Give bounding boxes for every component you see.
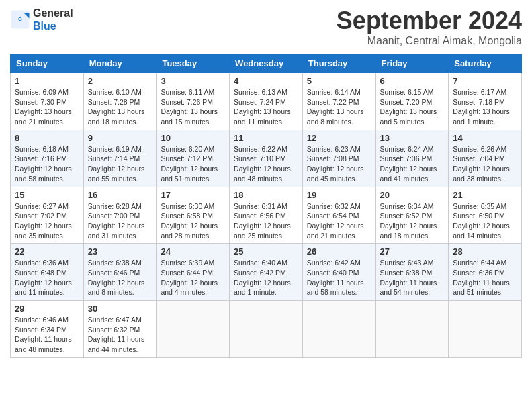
table-row: 20Sunrise: 6:34 AMSunset: 6:52 PMDayligh… [375, 187, 449, 244]
day-info: Sunrise: 6:23 AMSunset: 7:08 PMDaylight:… [307, 144, 371, 184]
day-info: Sunrise: 6:32 AMSunset: 6:54 PMDaylight:… [307, 201, 371, 241]
day-number: 2 [88, 76, 152, 86]
table-row: 5Sunrise: 6:14 AMSunset: 7:22 PMDaylight… [302, 73, 375, 130]
table-row: 6Sunrise: 6:15 AMSunset: 7:20 PMDaylight… [375, 73, 449, 130]
day-info: Sunrise: 6:36 AMSunset: 6:48 PMDaylight:… [15, 258, 79, 298]
day-number: 5 [307, 76, 371, 86]
table-row: 12Sunrise: 6:23 AMSunset: 7:08 PMDayligh… [302, 130, 375, 187]
day-info: Sunrise: 6:27 AMSunset: 7:02 PMDaylight:… [15, 201, 79, 241]
calendar-week-3: 15Sunrise: 6:27 AMSunset: 7:02 PMDayligh… [11, 187, 522, 244]
calendar-week-1: 1Sunrise: 6:09 AMSunset: 7:30 PMDaylight… [11, 73, 522, 130]
calendar-week-4: 22Sunrise: 6:36 AMSunset: 6:48 PMDayligh… [11, 244, 522, 301]
day-number: 29 [15, 304, 79, 314]
day-number: 19 [307, 190, 371, 200]
day-info: Sunrise: 6:11 AMSunset: 7:26 PMDaylight:… [161, 87, 225, 127]
table-row: 7Sunrise: 6:17 AMSunset: 7:18 PMDaylight… [449, 73, 522, 130]
table-row: 2Sunrise: 6:10 AMSunset: 7:28 PMDaylight… [83, 73, 157, 130]
table-row [157, 301, 230, 358]
table-row: 25Sunrise: 6:40 AMSunset: 6:42 PMDayligh… [230, 244, 303, 301]
day-info: Sunrise: 6:30 AMSunset: 6:58 PMDaylight:… [161, 201, 225, 241]
day-number: 26 [307, 246, 371, 257]
day-info: Sunrise: 6:13 AMSunset: 7:24 PMDaylight:… [234, 87, 298, 127]
day-info: Sunrise: 6:20 AMSunset: 7:12 PMDaylight:… [161, 144, 225, 184]
day-number: 17 [161, 190, 225, 200]
col-friday: Friday [375, 54, 449, 73]
day-number: 30 [88, 304, 152, 314]
day-number: 24 [161, 246, 225, 257]
table-row: 30Sunrise: 6:47 AMSunset: 6:32 PMDayligh… [83, 301, 157, 358]
table-row: 16Sunrise: 6:28 AMSunset: 7:00 PMDayligh… [83, 187, 157, 244]
day-info: Sunrise: 6:39 AMSunset: 6:44 PMDaylight:… [161, 258, 225, 298]
col-monday: Monday [83, 54, 157, 73]
day-info: Sunrise: 6:35 AMSunset: 6:50 PMDaylight:… [453, 201, 517, 241]
day-info: Sunrise: 6:18 AMSunset: 7:16 PMDaylight:… [15, 144, 79, 184]
col-saturday: Saturday [449, 54, 522, 73]
svg-text:G: G [18, 16, 22, 22]
day-info: Sunrise: 6:44 AMSunset: 6:36 PMDaylight:… [453, 258, 517, 298]
table-row: 8Sunrise: 6:18 AMSunset: 7:16 PMDaylight… [11, 130, 84, 187]
calendar-table: Sunday Monday Tuesday Wednesday Thursday… [10, 54, 522, 358]
day-number: 16 [88, 190, 152, 200]
col-wednesday: Wednesday [230, 54, 303, 73]
calendar-week-2: 8Sunrise: 6:18 AMSunset: 7:16 PMDaylight… [11, 130, 522, 187]
day-info: Sunrise: 6:19 AMSunset: 7:14 PMDaylight:… [88, 144, 152, 184]
table-row [375, 301, 449, 358]
table-row [449, 301, 522, 358]
day-info: Sunrise: 6:47 AMSunset: 6:32 PMDaylight:… [88, 315, 152, 355]
table-row [230, 301, 303, 358]
table-row: 21Sunrise: 6:35 AMSunset: 6:50 PMDayligh… [449, 187, 522, 244]
day-number: 8 [15, 133, 79, 143]
day-info: Sunrise: 6:24 AMSunset: 7:06 PMDaylight:… [380, 144, 445, 184]
col-thursday: Thursday [302, 54, 375, 73]
col-tuesday: Tuesday [157, 54, 230, 73]
logo: G General Blue [10, 7, 73, 32]
day-number: 7 [453, 76, 517, 86]
calendar-header-row: Sunday Monday Tuesday Wednesday Thursday… [11, 54, 522, 73]
table-row: 24Sunrise: 6:39 AMSunset: 6:44 PMDayligh… [157, 244, 230, 301]
day-info: Sunrise: 6:17 AMSunset: 7:18 PMDaylight:… [453, 87, 517, 127]
table-row: 4Sunrise: 6:13 AMSunset: 7:24 PMDaylight… [230, 73, 303, 130]
page-header: G General Blue September 2024 Maanit, Ce… [10, 7, 522, 47]
day-info: Sunrise: 6:31 AMSunset: 6:56 PMDaylight:… [234, 201, 298, 241]
table-row: 17Sunrise: 6:30 AMSunset: 6:58 PMDayligh… [157, 187, 230, 244]
location-subtitle: Maanit, Central Aimak, Mongolia [337, 35, 522, 47]
table-row: 29Sunrise: 6:46 AMSunset: 6:34 PMDayligh… [11, 301, 84, 358]
day-number: 22 [15, 246, 79, 257]
day-info: Sunrise: 6:46 AMSunset: 6:34 PMDaylight:… [15, 315, 79, 355]
table-row: 23Sunrise: 6:38 AMSunset: 6:46 PMDayligh… [83, 244, 157, 301]
day-info: Sunrise: 6:38 AMSunset: 6:46 PMDaylight:… [88, 258, 152, 298]
month-title: September 2024 [337, 7, 522, 35]
table-row: 15Sunrise: 6:27 AMSunset: 7:02 PMDayligh… [11, 187, 84, 244]
day-info: Sunrise: 6:22 AMSunset: 7:10 PMDaylight:… [234, 144, 298, 184]
table-row: 28Sunrise: 6:44 AMSunset: 6:36 PMDayligh… [449, 244, 522, 301]
day-number: 25 [234, 246, 298, 257]
day-number: 15 [15, 190, 79, 200]
day-info: Sunrise: 6:28 AMSunset: 7:00 PMDaylight:… [88, 201, 152, 241]
table-row: 22Sunrise: 6:36 AMSunset: 6:48 PMDayligh… [11, 244, 84, 301]
day-number: 1 [15, 76, 79, 86]
day-info: Sunrise: 6:14 AMSunset: 7:22 PMDaylight:… [307, 87, 371, 127]
table-row: 19Sunrise: 6:32 AMSunset: 6:54 PMDayligh… [302, 187, 375, 244]
table-row: 3Sunrise: 6:11 AMSunset: 7:26 PMDaylight… [157, 73, 230, 130]
table-row: 13Sunrise: 6:24 AMSunset: 7:06 PMDayligh… [375, 130, 449, 187]
day-number: 14 [453, 133, 517, 143]
day-info: Sunrise: 6:09 AMSunset: 7:30 PMDaylight:… [15, 87, 79, 127]
day-number: 6 [380, 76, 445, 86]
day-number: 11 [234, 133, 298, 143]
table-row: 14Sunrise: 6:26 AMSunset: 7:04 PMDayligh… [449, 130, 522, 187]
table-row: 26Sunrise: 6:42 AMSunset: 6:40 PMDayligh… [302, 244, 375, 301]
logo-line1: General [33, 7, 73, 19]
col-sunday: Sunday [11, 54, 84, 73]
table-row: 27Sunrise: 6:43 AMSunset: 6:38 PMDayligh… [375, 244, 449, 301]
table-row: 18Sunrise: 6:31 AMSunset: 6:56 PMDayligh… [230, 187, 303, 244]
day-number: 21 [453, 190, 517, 200]
day-number: 28 [453, 246, 517, 257]
title-block: September 2024 Maanit, Central Aimak, Mo… [337, 7, 522, 47]
day-number: 3 [161, 76, 225, 86]
day-number: 23 [88, 246, 152, 257]
day-number: 18 [234, 190, 298, 200]
day-info: Sunrise: 6:10 AMSunset: 7:28 PMDaylight:… [88, 87, 152, 127]
day-number: 27 [380, 246, 445, 257]
day-number: 13 [380, 133, 445, 143]
calendar-week-5: 29Sunrise: 6:46 AMSunset: 6:34 PMDayligh… [11, 301, 522, 358]
